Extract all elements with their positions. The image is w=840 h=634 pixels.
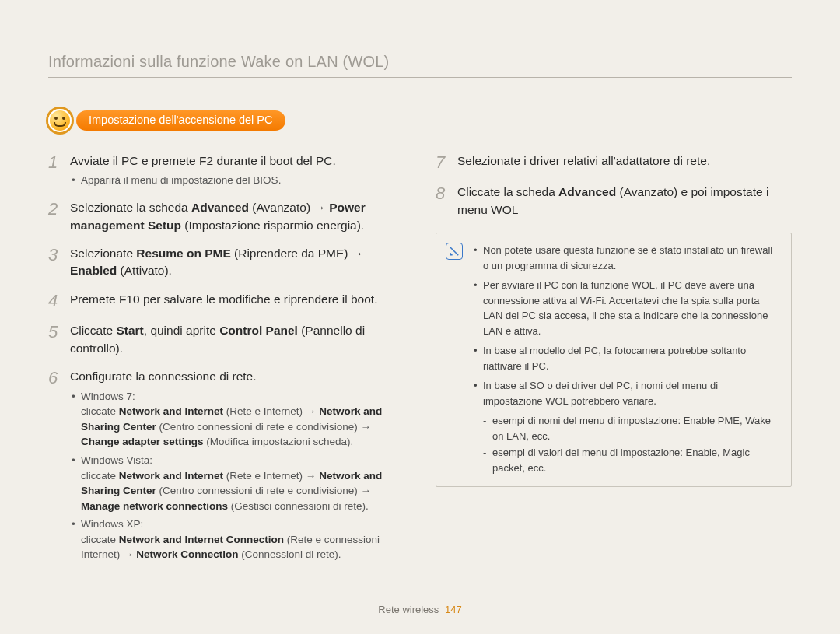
step-text: Configurate la connessione di rete. [70,368,404,385]
step-sub-winvista: Windows Vista: cliccate Network and Inte… [70,453,404,513]
t: cliccate [81,405,119,417]
t: (Centro connessioni di rete e condivisio… [156,485,371,496]
t: (Rete e Internet) → [223,470,316,482]
t: Windows Vista: [81,454,152,466]
t: Windows 7: [81,391,135,402]
t: (Avanzato) → [249,201,329,214]
step-text: Cliccate la scheda Advanced (Avanzato) e… [457,184,792,219]
smiley-icon [48,109,72,132]
t: Selezionate la scheda [70,201,191,214]
step-number: 8 [436,184,450,219]
step-text: Selezionate Resume on PME (Riprendere da… [70,245,404,280]
t: (Gestisci connessioni di rete). [228,500,369,512]
b: Network and Internet [119,470,223,482]
b: Change adapter settings [81,436,204,447]
step-sub: Apparirà il menu di impostazione del BIO… [70,173,336,188]
b: Advanced [558,185,616,198]
t: (Rete e Internet) → [223,405,316,417]
b: Advanced [191,201,249,214]
step-8: 8 Cliccate la scheda Advanced (Avanzato)… [436,184,792,219]
t: cliccate [81,534,119,545]
step-number: 2 [48,199,62,234]
section-heading-row: Impostazione dell'accensione del PC [48,109,792,132]
columns: 1 Avviate il PC e premete F2 durante il … [48,152,792,573]
t: , quindi aprite [144,324,219,337]
step-2: 2 Selezionate la scheda Advanced (Avanza… [48,199,404,234]
footer-section: Rete wireless [378,604,439,615]
note-box: Non potete usare questa funzione se è st… [436,233,792,487]
left-column: 1 Avviate il PC e premete F2 durante il … [48,152,404,573]
note-item: Non potete usare questa funzione se è st… [474,243,779,273]
t: (Attivato). [117,264,172,277]
b: Control Panel [219,324,298,337]
page-title: Informazioni sulla funzione Wake on LAN … [48,53,792,71]
step-number: 7 [436,152,450,173]
t: (Riprendere da PME) → [231,247,364,260]
t: Windows XP: [81,518,143,530]
footer-page: 147 [445,604,462,615]
step-text: Cliccate Start, quindi aprite Control Pa… [70,322,404,357]
section-capsule: Impostazione dell'accensione del PC [76,110,285,131]
step-text: Selezionate la scheda Advanced (Avanzato… [70,199,404,234]
step-text: Avviate il PC e premete F2 durante il bo… [70,152,336,170]
step-1: 1 Avviate il PC e premete F2 durante il … [48,152,404,188]
t: Cliccate [70,324,116,337]
step-number: 3 [48,245,62,280]
step-number: 1 [48,152,62,188]
note-sub: esempi di valori del menu di impostazion… [474,445,779,475]
b: Enabled [70,264,117,277]
b: Network and Internet Connection [119,534,284,545]
step-number: 5 [48,322,62,357]
step-3: 3 Selezionate Resume on PME (Riprendere … [48,245,404,280]
b: Network Connection [136,548,238,560]
t: Selezionate [70,247,136,260]
b: Manage network connections [81,500,228,512]
step-number: 4 [48,291,62,311]
right-column: 7 Selezionate i driver relativi all'adat… [436,152,792,573]
note-item: In base al modello del PC, la fotocamera… [474,343,779,373]
t: Cliccate la scheda [457,185,558,198]
b: Network and Internet [119,405,223,417]
note-item: Per avviare il PC con la funzione WOL, i… [474,278,779,338]
note-icon [446,243,463,260]
step-sub-win7: Windows 7: cliccate Network and Internet… [70,389,404,450]
step-text: Selezionate i driver relativi all'adatta… [457,152,710,173]
note-item: In base al SO o dei driver del PC, i nom… [474,378,779,408]
b: Start [116,324,143,337]
note-sub: esempi di nomi del menu di impostazione:… [474,413,779,443]
t: (Centro connessioni di rete e condivisio… [156,421,371,433]
b: Resume on PME [136,247,230,260]
t: cliccate [81,470,119,482]
t: (Modifica impostazioni scheda). [204,436,354,447]
t: (Connessioni di rete). [239,548,341,560]
step-5: 5 Cliccate Start, quindi aprite Control … [48,322,404,357]
step-4: 4 Premete F10 per salvare le modifiche e… [48,291,404,311]
footer: Rete wireless 147 [0,604,840,615]
rule [48,77,792,78]
step-7: 7 Selezionate i driver relativi all'adat… [436,152,792,173]
t: (Impostazione risparmio energia). [181,219,364,232]
step-number: 6 [48,368,62,562]
step-sub-winxp: Windows XP: cliccate Network and Interne… [70,517,404,562]
step-6: 6 Configurate la connessione di rete. Wi… [48,368,404,562]
step-text: Premete F10 per salvare le modifiche e r… [70,291,377,311]
